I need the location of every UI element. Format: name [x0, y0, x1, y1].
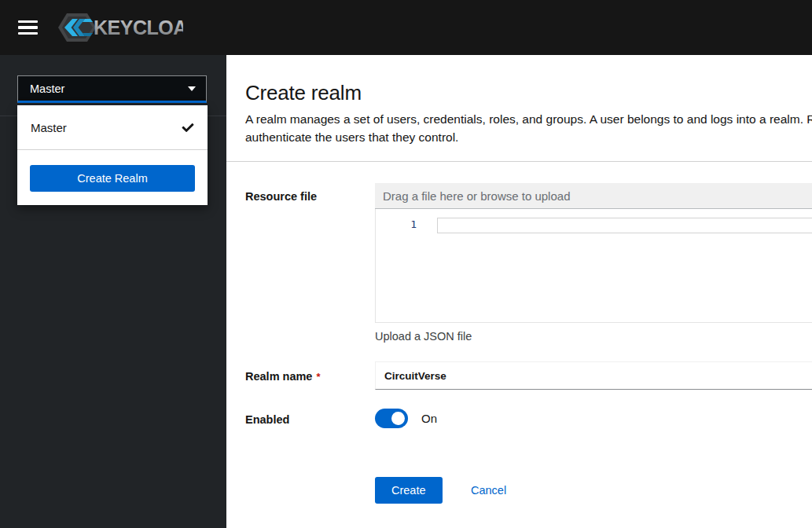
file-upload-bar: [375, 183, 812, 209]
resource-file-row: Resource file 1 Upload a JSON file: [245, 183, 812, 343]
editor-empty-line-box[interactable]: [437, 218, 812, 233]
enabled-row: Enabled On: [245, 409, 812, 428]
enabled-field: On: [375, 409, 812, 428]
brand-text: KEYCLOAK: [94, 16, 183, 38]
enabled-toggle-switch[interactable]: [375, 409, 408, 428]
realm-name-input[interactable]: [375, 361, 812, 390]
realm-menu-item-label: Master: [31, 121, 67, 134]
nav-toggle-button[interactable]: [16, 12, 47, 43]
create-button[interactable]: Create: [375, 477, 443, 504]
page-title: Create realm: [245, 81, 812, 104]
hamburger-icon: [18, 20, 38, 24]
enabled-label: Enabled: [245, 409, 375, 428]
realm-selector-toggle-label: Master: [30, 82, 64, 95]
editor-line-number: 1: [404, 218, 417, 230]
cancel-link[interactable]: Cancel: [471, 484, 506, 497]
page-description: A realm manages a set of users, credenti…: [245, 110, 812, 146]
create-realm-button[interactable]: Create Realm: [30, 165, 195, 192]
keycloak-logo-icon: KEYCLOAK: [57, 12, 183, 43]
check-icon: [182, 122, 194, 134]
realm-selector-toggle[interactable]: Master: [17, 75, 207, 103]
realm-menu-item-master[interactable]: Master: [17, 105, 208, 149]
description-line-2: authenticate the users that they control…: [245, 128, 812, 146]
file-upload-input[interactable]: [375, 183, 812, 208]
realm-name-label: Realm name*: [245, 361, 375, 390]
realm-name-field: [375, 361, 812, 390]
masthead: KEYCLOAK: [0, 0, 812, 55]
form-actions: Create Cancel: [375, 477, 812, 504]
json-code-editor[interactable]: 1: [375, 209, 812, 323]
toggle-knob: [391, 412, 405, 425]
chevron-down-icon: [188, 86, 196, 91]
menu-footer: Create Realm: [17, 150, 208, 205]
resource-file-label: Resource file: [245, 183, 375, 343]
form-actions-row: Create Cancel: [245, 477, 812, 504]
toggle-state-label: On: [421, 412, 437, 425]
upload-helper-text: Upload a JSON file: [375, 330, 812, 343]
description-line-1: A realm manages a set of users, credenti…: [245, 110, 812, 128]
keycloak-brand[interactable]: KEYCLOAK: [57, 12, 183, 43]
realm-selector-menu: Master Create Realm: [17, 105, 208, 205]
section-divider: [226, 161, 812, 162]
create-realm-form: Resource file 1 Upload a JSON file Realm…: [226, 183, 812, 504]
page-header: Create realm A realm manages a set of us…: [226, 55, 812, 146]
resource-file-field: 1 Upload a JSON file: [375, 183, 812, 343]
sidebar: Master Master Create Realm: [0, 55, 226, 528]
required-asterisk: *: [316, 371, 320, 383]
main-content: Create realm A realm manages a set of us…: [226, 55, 812, 528]
realm-name-row: Realm name*: [245, 361, 812, 390]
